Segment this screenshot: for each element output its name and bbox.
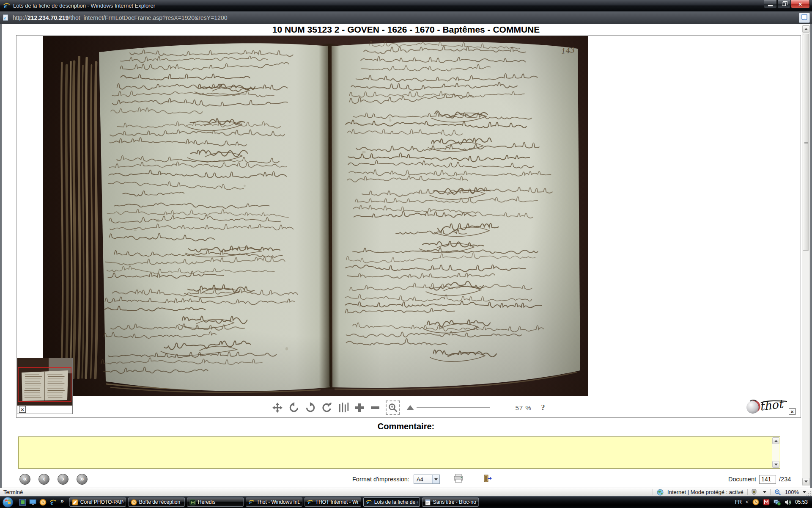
scrollbar-thumb[interactable] (803, 34, 809, 251)
scroll-down-button[interactable] (802, 478, 809, 485)
last-document-button[interactable]: » (77, 474, 88, 485)
thot-logo-icon: thot (746, 397, 788, 416)
zoom-slider[interactable] (406, 404, 492, 411)
document-label: Document (728, 476, 756, 483)
thumbnail-close-button[interactable]: × (19, 406, 26, 413)
logo-close-icon: × (790, 409, 794, 414)
compatibility-view-button[interactable] (799, 13, 810, 23)
zoom-out-button[interactable] (370, 403, 380, 413)
rotate-reset-icon (321, 402, 332, 413)
document-number-input[interactable] (759, 475, 776, 484)
rotate-right-button[interactable] (305, 402, 316, 413)
taskbar-item-thot[interactable]: e Thot - Windows Int... (246, 497, 302, 507)
volume-icon[interactable] (785, 499, 791, 505)
comment-input[interactable] (20, 438, 771, 467)
zoom-select-button[interactable] (386, 400, 400, 415)
mcafee-icon[interactable] (763, 499, 770, 505)
first-document-button[interactable]: « (19, 474, 30, 485)
comment-scrollbar[interactable] (772, 437, 779, 468)
arrow-up-icon (804, 28, 808, 30)
minimize-button[interactable] (764, 0, 777, 8)
print-button[interactable] (453, 474, 464, 485)
svg-text:e: e (51, 499, 54, 506)
print-format-select[interactable]: A4 (414, 475, 440, 484)
close-button[interactable]: × (791, 0, 810, 8)
taskbar-item-inbox[interactable]: Boîte de réception - ... (128, 497, 185, 507)
close-icon: × (798, 1, 802, 7)
rotate-left-button[interactable] (288, 402, 299, 413)
pan-icon (272, 402, 283, 413)
select-arrow[interactable] (432, 475, 439, 483)
taskbar-item-corel[interactable]: Corel PHOTO-PAIN... (69, 497, 126, 507)
page-favicon-icon: e (2, 14, 9, 21)
scroll-up-button[interactable] (802, 25, 809, 33)
print-controls: Format d'impression: A4 (352, 474, 492, 485)
thumbnail-navigator[interactable]: × (17, 358, 73, 414)
internet-zone-icon (657, 489, 664, 496)
exit-button[interactable] (483, 474, 492, 484)
zoom-in-button[interactable] (354, 403, 365, 413)
url-field[interactable]: http://212.234.70.219/thot_internet/FrmL… (13, 14, 796, 21)
scrollbar-grip-icon (804, 142, 808, 146)
restore-button[interactable] (777, 0, 790, 8)
quicklaunch-overflow-chevron[interactable]: » (60, 497, 64, 504)
zoom-out-icon (370, 403, 380, 413)
next-document-button[interactable]: › (58, 474, 69, 485)
comment-scroll-up-button[interactable] (772, 437, 779, 444)
internet-explorer-icon[interactable]: e (49, 499, 57, 506)
network-icon[interactable] (774, 499, 781, 505)
thot-logo: thot × (746, 397, 796, 416)
chevron-down-icon[interactable] (763, 491, 766, 493)
tray-expand-chevron[interactable]: < (746, 499, 749, 505)
start-button[interactable] (2, 497, 14, 508)
comment-scroll-down-button[interactable] (772, 461, 779, 468)
show-desktop-icon[interactable] (29, 499, 36, 505)
status-text: Terminé (0, 489, 23, 495)
browser-zoom-level[interactable]: 100% (785, 489, 799, 495)
rotate-left-icon (288, 402, 299, 413)
language-indicator[interactable]: FR (735, 499, 742, 505)
window-titlebar: e Lots de la fiche de description - Wind… (0, 0, 812, 11)
chevron-down-icon[interactable] (803, 491, 806, 493)
arrow-up-icon (774, 440, 778, 442)
printer-icon (453, 474, 464, 483)
help-button[interactable]: ? (541, 403, 545, 412)
window-border-right (810, 24, 812, 488)
taskbar-item-thot-internet[interactable]: e THOT Internet - Wi... (304, 497, 361, 507)
url-protocol: http:// (13, 14, 27, 21)
svg-text:e: e (4, 2, 7, 9)
svg-text:e: e (308, 499, 310, 505)
url-host: 212.234.70.219 (27, 14, 69, 21)
taskbar-item-notepad[interactable]: Sans titre - Bloc-notes (422, 497, 479, 507)
page-scrollbar[interactable] (802, 25, 810, 486)
separator (747, 489, 748, 495)
page-title: 10 NUM 35123 2 - GOVEN - 1626 - 1670 - B… (0, 25, 812, 35)
previous-icon: ‹ (43, 475, 45, 482)
outlook-quicklaunch-icon[interactable] (39, 499, 47, 506)
photo-vignette (43, 36, 588, 396)
pan-button[interactable] (272, 402, 283, 413)
viewer-frame: 143 (16, 35, 801, 418)
taskbar-item-label: Heredis (198, 499, 241, 505)
adjust-levels-button[interactable] (338, 402, 349, 413)
security-icon[interactable] (752, 489, 759, 495)
manuscript-photo[interactable]: 143 (43, 36, 588, 396)
logo-close-button[interactable]: × (789, 408, 796, 415)
next-icon: › (62, 475, 64, 482)
separator (770, 489, 771, 495)
print-format-label: Format d'impression: (352, 476, 409, 483)
rotate-reset-button[interactable] (321, 402, 332, 413)
zoom-in-icon (354, 403, 365, 413)
internet-explorer-icon: e (366, 499, 372, 505)
taskbar-item-lots-active[interactable]: e Lots de la fiche de d... (363, 497, 420, 507)
clock[interactable]: 05:53 (795, 499, 808, 505)
previous-document-button[interactable]: ‹ (38, 474, 49, 485)
tray-clock-icon[interactable] (752, 499, 759, 505)
outlook-icon (131, 499, 137, 505)
comment-label: Commentaire: (0, 422, 812, 431)
taskbar-item-label: Lots de la fiche de d... (374, 499, 417, 505)
address-bar: e http://212.234.70.219/thot_internet/Fr… (0, 11, 812, 24)
taskbar-item-heredis[interactable]: Heredis (187, 497, 244, 507)
quicklaunch-app-icon[interactable] (19, 499, 26, 506)
taskbar-item-label: Corel PHOTO-PAIN... (80, 499, 123, 505)
